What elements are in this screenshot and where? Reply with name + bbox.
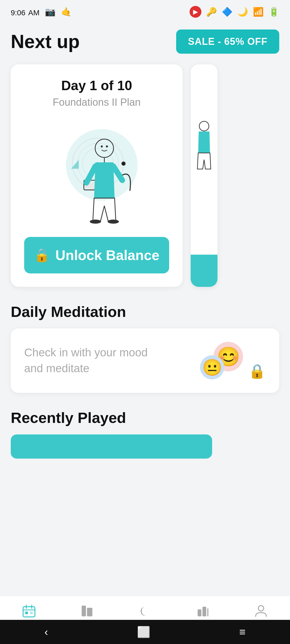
status-bar: 9:06 AM 📷 🤙 ▶ 🔑 🔷 🌙 📶 🔋 bbox=[0, 0, 290, 21]
battery-icon: 🔋 bbox=[269, 7, 279, 17]
recently-played-item[interactable] bbox=[11, 434, 212, 459]
neutral-emoji: 😐 bbox=[200, 355, 224, 379]
partial-illustration bbox=[193, 118, 215, 172]
partial-card-button[interactable] bbox=[191, 255, 218, 287]
svg-rect-19 bbox=[25, 612, 28, 614]
hand-icon: 🤙 bbox=[61, 7, 72, 17]
meditation-description: Check in with your mood and meditate bbox=[24, 345, 164, 376]
back-button[interactable]: ‹ bbox=[45, 626, 48, 638]
lock-icon: 🔒 bbox=[34, 248, 50, 263]
meditation-lock-icon: 🔒 bbox=[248, 363, 266, 379]
svg-point-11 bbox=[108, 219, 119, 224]
svg-rect-24 bbox=[202, 607, 206, 616]
profile-icon bbox=[254, 604, 268, 621]
recents-button[interactable]: ≡ bbox=[239, 626, 245, 638]
partial-card-content bbox=[191, 64, 218, 255]
plans-icon bbox=[80, 604, 94, 621]
illustration-area bbox=[24, 116, 169, 229]
status-time: 9:06 AM bbox=[11, 6, 39, 18]
svg-point-26 bbox=[258, 606, 264, 611]
page-title: Next up bbox=[11, 31, 80, 52]
card-day-title: Day 1 of 10 bbox=[24, 78, 169, 93]
daily-meditation-title: Daily Meditation bbox=[11, 303, 279, 320]
svg-point-13 bbox=[106, 145, 108, 148]
svg-rect-20 bbox=[30, 612, 33, 614]
mood-emoji-area: 😊 😐 bbox=[200, 342, 243, 379]
android-nav: ‹ ⬜ ≡ bbox=[0, 620, 290, 644]
home-button[interactable]: ⬜ bbox=[137, 626, 150, 638]
header-row: Next up SALE - 65% OFF bbox=[11, 30, 279, 54]
svg-point-14 bbox=[199, 121, 209, 131]
recently-played-section: Recently Played bbox=[11, 409, 279, 459]
svg-point-12 bbox=[101, 145, 103, 148]
main-card: Day 1 of 10 Foundations II Plan bbox=[11, 64, 183, 287]
svg-point-4 bbox=[121, 162, 125, 166]
recently-played-title: Recently Played bbox=[11, 409, 279, 426]
video-icon: 📷 bbox=[45, 7, 56, 17]
card-plan-name: Foundations II Plan bbox=[24, 97, 169, 108]
svg-point-10 bbox=[90, 219, 101, 224]
unlock-button-label: Unlock Balance bbox=[55, 247, 159, 263]
svg-rect-25 bbox=[207, 608, 208, 616]
record-icon: ▶ bbox=[190, 6, 201, 18]
moon-icon: 🌙 bbox=[237, 7, 248, 17]
wifi-icon: 📶 bbox=[253, 7, 264, 17]
key-icon: 🔑 bbox=[206, 7, 217, 17]
today-icon bbox=[22, 604, 36, 621]
svg-rect-15 bbox=[23, 607, 35, 617]
svg-rect-21 bbox=[82, 606, 86, 616]
cards-scroll: Day 1 of 10 Foundations II Plan bbox=[11, 64, 279, 287]
svg-rect-23 bbox=[198, 609, 201, 616]
bluetooth-icon: 🔷 bbox=[222, 7, 233, 17]
singles-icon bbox=[196, 604, 210, 621]
sale-button[interactable]: SALE - 65% OFF bbox=[176, 30, 279, 54]
sleep-icon bbox=[138, 604, 152, 621]
character-illustration bbox=[51, 119, 142, 226]
unlock-balance-button[interactable]: 🔒 Unlock Balance bbox=[24, 237, 169, 273]
svg-rect-22 bbox=[87, 608, 92, 616]
meditation-card[interactable]: Check in with your mood and meditate 😊 😐… bbox=[11, 328, 279, 393]
partial-card bbox=[191, 64, 218, 287]
